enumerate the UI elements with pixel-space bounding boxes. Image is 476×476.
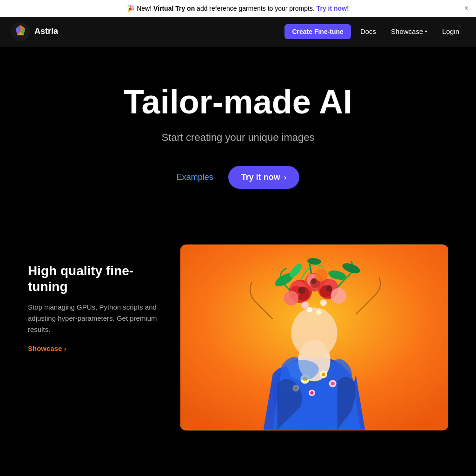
svg-point-24 [311, 278, 317, 284]
navbar: Astria Create Fine-tune Docs Showcase ▾ … [0, 17, 476, 46]
feature-link-chevron-icon: › [64, 344, 66, 352]
feature-image-container [180, 245, 448, 430]
svg-point-35 [322, 373, 325, 377]
try-now-button[interactable]: Try it now › [228, 166, 299, 189]
feature-title: High quality fine-tuning [28, 263, 158, 294]
banner-text: 🎉 New! Virtual Try on add reference garm… [127, 5, 349, 12]
svg-point-25 [284, 291, 298, 306]
svg-point-6 [291, 308, 337, 358]
banner-prefix: New! [137, 5, 152, 12]
banner-close-button[interactable]: × [464, 5, 469, 12]
feature-art-image [180, 245, 448, 430]
svg-point-28 [301, 302, 309, 309]
nav-docs-link[interactable]: Docs [355, 24, 382, 39]
hero-subtitle: Start creating your unique images [11, 132, 465, 144]
announcement-banner: 🎉 New! Virtual Try on add reference garm… [0, 0, 476, 17]
svg-point-39 [331, 382, 335, 386]
svg-point-31 [316, 310, 322, 315]
try-now-chevron-icon: › [284, 173, 286, 182]
feature-text: High quality fine-tuning Stop managing G… [28, 245, 158, 352]
banner-message: add reference garments to your prompts. [197, 5, 315, 12]
nav-login-link[interactable]: Login [436, 24, 465, 39]
svg-point-30 [307, 307, 312, 313]
feature-section: High quality fine-tuning Stop managing G… [0, 217, 476, 430]
brand-logo-link[interactable]: Astria [11, 22, 284, 41]
feature-showcase-link[interactable]: Showcase › [28, 344, 158, 352]
navbar-right: Create Fine-tune Docs Showcase ▾ Login [284, 24, 465, 39]
hero-section: Tailor-made AI Start creating your uniqu… [0, 46, 476, 217]
svg-point-41 [311, 391, 314, 395]
feature-description: Stop managing GPUs, Python scripts and a… [28, 302, 158, 335]
svg-point-20 [326, 285, 332, 292]
hero-buttons: Examples Try it now › [11, 166, 465, 189]
brand-name: Astria [34, 26, 58, 36]
nav-showcase-button[interactable]: Showcase ▾ [385, 24, 433, 39]
brand-logo-icon [11, 22, 30, 41]
svg-point-16 [298, 287, 305, 294]
banner-cta-link[interactable]: Try it now! [317, 5, 349, 12]
banner-emoji: 🎉 [127, 5, 135, 12]
examples-link[interactable]: Examples [177, 172, 213, 182]
showcase-dropdown-arrow-icon: ▾ [425, 29, 427, 34]
art-svg [180, 245, 448, 430]
create-finetune-button[interactable]: Create Fine-tune [284, 24, 350, 39]
svg-point-26 [331, 288, 347, 304]
banner-highlight: Virtual Try on [153, 5, 195, 12]
svg-point-29 [320, 300, 327, 306]
hero-title: Tailor-made AI [11, 84, 465, 120]
svg-point-27 [315, 269, 328, 282]
